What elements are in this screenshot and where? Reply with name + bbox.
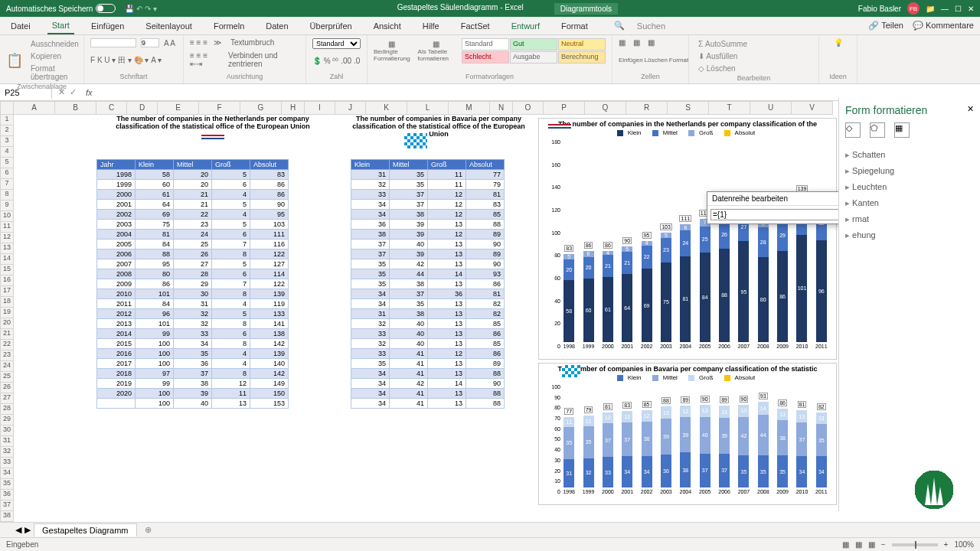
style-ausgabe[interactable]: Ausgabe xyxy=(510,51,557,64)
conditional-format-icon[interactable]: ▦ xyxy=(388,40,395,48)
zoom-level[interactable]: 100% xyxy=(954,540,974,549)
formula-bar: P25 ✕✓ fx xyxy=(0,84,980,101)
group-ideas-title: Ideen xyxy=(825,73,851,80)
clear-button[interactable]: ◇ Löschen xyxy=(695,63,812,74)
tab-seitenlayout[interactable]: Seitenlayout xyxy=(141,18,197,34)
group-number-title: Zahl xyxy=(312,73,361,80)
dialog-series-input[interactable] xyxy=(710,209,848,220)
flag-nl-chart-icon xyxy=(548,124,571,129)
tab-factset[interactable]: FactSet xyxy=(456,18,495,34)
flag-bav-chart-icon xyxy=(562,365,580,377)
view-normal-icon[interactable]: ▦ xyxy=(842,540,849,549)
tab-daten[interactable]: Daten xyxy=(261,18,292,34)
panel-item[interactable]: Leuchten xyxy=(845,179,974,195)
title-bar: Automatisches Speichern 💾 ↶ ↷ ▾ Gestapel… xyxy=(0,0,980,17)
ribbon-display-icon[interactable]: 📁 xyxy=(926,5,935,13)
maximize-icon[interactable]: ☐ xyxy=(955,5,962,13)
wrap-text[interactable]: Textumbruch xyxy=(230,38,274,47)
size-icon[interactable]: ▦ xyxy=(894,122,910,138)
document-title: Gestapeltes Säulendiagramm - Excel xyxy=(397,3,524,15)
toggle-switch[interactable] xyxy=(96,4,116,13)
sheet-tab-active[interactable]: Gestapeltes Diagramm xyxy=(34,523,137,536)
tab-entwurf[interactable]: Entwurf xyxy=(507,18,544,34)
chart1-legend: Klein Mittel Groß Absolut xyxy=(539,129,836,136)
share-button[interactable]: 🔗 Teilen xyxy=(868,21,903,31)
column-headers[interactable]: ABCDEFGHIJKLMNOPQRSTUV xyxy=(14,101,833,115)
tab-datei[interactable]: Datei xyxy=(6,18,35,34)
comments-button[interactable]: 💬 Kommentare xyxy=(913,21,974,31)
chart-netherlands[interactable]: The number of companies in the Netherlan… xyxy=(538,118,837,360)
panel-close-icon[interactable]: ✕ xyxy=(967,104,974,122)
format-painter-button[interactable]: Format übertragen xyxy=(28,63,82,83)
watermark-logo-icon xyxy=(911,467,957,513)
format-cells[interactable]: ▦ xyxy=(648,38,655,47)
user-name: Fabio Basler xyxy=(858,5,901,13)
panel-title: Form formatieren xyxy=(845,104,927,116)
panel-item[interactable]: Schatten xyxy=(845,147,974,163)
row-headers[interactable]: 1234567891011121314151617181920212223242… xyxy=(0,115,14,528)
sheet-tab-bar: ◀ ▶ Gestapeltes Diagramm ⊕ xyxy=(0,522,980,537)
panel-item[interactable]: Spiegelung xyxy=(845,163,974,179)
style-gut[interactable]: Gut xyxy=(510,38,557,51)
user-avatar[interactable]: FB xyxy=(907,2,920,15)
minimize-icon[interactable]: — xyxy=(941,5,949,13)
add-sheet-button[interactable]: ⊕ xyxy=(140,525,156,535)
zoom-slider[interactable] xyxy=(892,543,938,546)
panel-item[interactable]: rmat xyxy=(845,211,974,227)
name-box[interactable]: P25 xyxy=(0,86,52,99)
insert-cells[interactable]: ▦ xyxy=(619,38,626,47)
chart1-title: The number of companies in the Netherlan… xyxy=(539,119,836,129)
number-format[interactable]: Standard xyxy=(312,38,361,49)
font-name[interactable] xyxy=(90,38,136,47)
paste-icon[interactable]: 📋 xyxy=(6,52,23,69)
chart-bavaria[interactable]: The number of companies in Bavaria per c… xyxy=(538,363,837,505)
view-layout-icon[interactable]: ▦ xyxy=(855,540,862,549)
fill-line-icon[interactable]: ◇ xyxy=(845,122,861,138)
flag-netherlands-icon xyxy=(201,135,224,139)
panel-item[interactable]: Kanten xyxy=(845,195,974,211)
grid-content[interactable]: The number of companies in the Netherlan… xyxy=(14,115,980,528)
ideas-button[interactable]: 💡 xyxy=(825,38,851,47)
group-align-title: Ausrichtung xyxy=(190,73,299,80)
autosum-button[interactable]: Σ AutoSumme xyxy=(695,38,812,50)
close-icon[interactable]: ✕ xyxy=(968,5,974,13)
style-standard[interactable]: Standard xyxy=(462,38,509,51)
copy-button[interactable]: Kopieren xyxy=(28,51,82,62)
merge-center[interactable]: Verbinden und zentrieren xyxy=(228,51,299,68)
accept-formula-icon[interactable]: ✓ xyxy=(70,87,77,97)
tab-einfuegen[interactable]: Einfügen xyxy=(87,18,129,34)
table-format-icon[interactable]: ▦ xyxy=(433,40,439,48)
sheet-nav-prev-icon[interactable]: ◀ xyxy=(15,525,21,535)
fill-button[interactable]: ⬇ Ausfüllen xyxy=(695,51,812,62)
data-table-bavaria[interactable]: KleinMittelGroßAbsolut313511773235117933… xyxy=(351,159,505,409)
autosave-toggle[interactable]: Automatisches Speichern xyxy=(6,4,116,13)
delete-cells[interactable]: ▦ xyxy=(633,38,640,47)
zoom-in-icon[interactable]: + xyxy=(944,540,949,549)
data-table-netherlands[interactable]: JahrKleinMittelGroßAbsolut19985820583199… xyxy=(96,159,289,409)
status-mode: Eingeben xyxy=(6,540,38,549)
tab-ueberpruefen[interactable]: Überprüfen xyxy=(305,18,357,34)
group-styles-title: Formatvorlagen xyxy=(374,73,606,80)
tab-formeln[interactable]: Formeln xyxy=(209,18,249,34)
tab-hilfe[interactable]: Hilfe xyxy=(418,18,444,34)
cancel-formula-icon[interactable]: ✕ xyxy=(58,87,65,97)
flag-bavaria-icon xyxy=(404,133,427,148)
tab-ansicht[interactable]: Ansicht xyxy=(369,18,406,34)
search-box[interactable]: Suchen xyxy=(637,21,665,31)
cut-button[interactable]: Ausschneiden xyxy=(28,38,82,50)
style-neutral[interactable]: Neutral xyxy=(558,38,606,51)
group-cells-title: Zellen xyxy=(619,73,682,80)
qat-icons[interactable]: 💾 ↶ ↷ ▾ xyxy=(125,5,156,13)
tab-start[interactable]: Start xyxy=(47,18,74,34)
style-berechnung[interactable]: Berechnung xyxy=(558,51,606,64)
ribbon-tabs: Datei Start Einfügen Seitenlayout Formel… xyxy=(0,17,980,35)
select-all-corner[interactable] xyxy=(0,101,14,115)
panel-item[interactable]: ehung xyxy=(845,227,974,243)
font-size[interactable] xyxy=(141,38,159,47)
zoom-out-icon[interactable]: − xyxy=(881,540,886,549)
sheet-nav-next-icon[interactable]: ▶ xyxy=(24,525,31,535)
view-break-icon[interactable]: ▦ xyxy=(868,540,875,549)
style-schlecht[interactable]: Schlecht xyxy=(462,51,509,64)
effects-icon[interactable]: ⬠ xyxy=(870,122,885,138)
tab-format[interactable]: Format xyxy=(557,18,593,34)
